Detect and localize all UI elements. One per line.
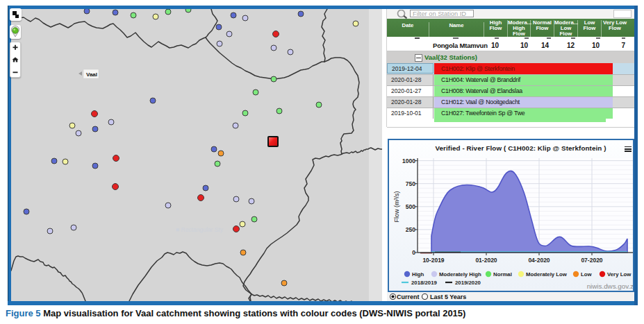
svg-text:750: 750 bbox=[406, 180, 415, 187]
svg-text:Flow (m³/s): Flow (m³/s) bbox=[393, 191, 400, 223]
svg-text:■ Rectangular Sty: ■ Rectangular Sty bbox=[176, 226, 224, 233]
svg-text:07-2020: 07-2020 bbox=[581, 257, 602, 264]
svg-text:10-2019: 10-2019 bbox=[422, 257, 444, 264]
svg-text:0: 0 bbox=[412, 249, 415, 256]
svg-text:Very Low: Very Low bbox=[607, 271, 631, 278]
svg-text:niwis.dws.gov.z: niwis.dws.gov.z bbox=[587, 282, 633, 290]
svg-text:1000: 1000 bbox=[402, 157, 415, 164]
svg-text:500: 500 bbox=[406, 203, 415, 210]
svg-text:Low: Low bbox=[581, 271, 593, 278]
svg-text:2018/2019: 2018/2019 bbox=[411, 280, 438, 286]
svg-text:04-2020: 04-2020 bbox=[528, 257, 550, 264]
svg-text:250: 250 bbox=[406, 226, 415, 233]
svg-text:High: High bbox=[412, 271, 424, 278]
svg-text:2019/2020: 2019/2020 bbox=[455, 280, 481, 286]
svg-text:Vaal: Vaal bbox=[86, 71, 97, 78]
svg-text:Normal: Normal bbox=[493, 271, 512, 278]
svg-text:Moderately High: Moderately High bbox=[439, 271, 481, 278]
svg-text:Moderately Low: Moderately Low bbox=[526, 271, 568, 278]
svg-text:01-2020: 01-2020 bbox=[475, 257, 497, 264]
